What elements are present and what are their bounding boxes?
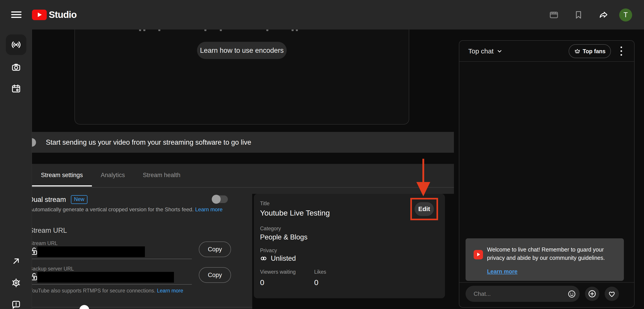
- plus-circle-icon: [588, 289, 597, 298]
- youtube-logo-icon: [32, 10, 47, 20]
- category-value: People & Blogs: [260, 233, 308, 241]
- top-fans-button[interactable]: Top fans: [569, 44, 611, 58]
- gear-icon: [11, 278, 21, 288]
- redacted-stream-url: [37, 246, 145, 257]
- privacy-value: Unlisted: [271, 254, 296, 262]
- crown-icon: [574, 48, 581, 54]
- stream-settings-panel: Dual stream New Automatically generate a…: [32, 194, 252, 309]
- sidebar-item-feedback[interactable]: [6, 294, 26, 309]
- stream-url-section-title: Stream URL: [32, 226, 67, 234]
- status-spinner-icon: [32, 138, 36, 147]
- sidebar-item-stream[interactable]: [6, 34, 26, 55]
- status-text: Start sending us your video from your st…: [46, 132, 251, 153]
- title-label: Title: [260, 200, 270, 206]
- feedback-icon: [11, 300, 21, 309]
- left-sidebar: [0, 30, 32, 309]
- chat-mode-label: Top chat: [468, 48, 494, 55]
- stream-status-bar: Start sending us your video from your st…: [32, 132, 454, 153]
- viewers-waiting-label: Viewers waiting: [260, 269, 304, 275]
- annotation-arrow-head: [416, 182, 430, 196]
- rtmps-learn-more-link[interactable]: Learn more: [157, 288, 183, 294]
- live-broadcast-icon: [10, 39, 22, 50]
- menu-icon[interactable]: [11, 12, 22, 18]
- chat-header: Top chat Top fans: [459, 41, 634, 62]
- unlisted-link-icon: [260, 254, 268, 263]
- sidebar-item-settings[interactable]: [6, 272, 26, 293]
- section-divider: [32, 307, 252, 308]
- stream-info-card: Title Youtube Live Testing Edit Category…: [254, 194, 445, 298]
- calendar-icon: [11, 84, 21, 94]
- studio-logo[interactable]: Studio: [32, 10, 77, 20]
- live-chat-panel: Top chat Top fans Welcome to live chat! …: [459, 40, 634, 308]
- welcome-learn-more-link[interactable]: Learn more: [487, 268, 518, 275]
- sidebar-item-webcam[interactable]: [6, 57, 26, 77]
- privacy-label: Privacy: [260, 248, 277, 254]
- copy-backup-url-button[interactable]: Copy: [199, 267, 231, 283]
- backup-url-field-label: Backup server URL: [32, 266, 74, 272]
- external-link-arrow-icon: [11, 256, 21, 266]
- chat-menu-button[interactable]: [617, 46, 626, 57]
- encoder-preview-panel: [74, 22, 409, 124]
- learn-encoders-button[interactable]: Learn how to use encoders: [197, 42, 287, 59]
- new-badge: New: [71, 195, 88, 204]
- welcome-text: Welcome to live chat! Remember to guard …: [487, 246, 616, 262]
- chat-input[interactable]: [466, 286, 580, 302]
- copy-stream-url-button[interactable]: Copy: [199, 242, 231, 257]
- tab-bar: Stream settings Analytics Stream health: [32, 164, 454, 194]
- studio-logo-text: Studio: [49, 10, 77, 20]
- chat-input-divider: [459, 282, 634, 282]
- annotation-arrow-shaft: [422, 159, 424, 182]
- top-app-bar: Studio T: [0, 0, 644, 30]
- rtmps-note: YouTube also supports RTMPS for secure c…: [32, 288, 156, 294]
- emoji-icon[interactable]: [567, 289, 576, 299]
- bookmark-icon[interactable]: [573, 10, 584, 20]
- camera-icon: [11, 62, 21, 72]
- likes-label: Likes: [314, 269, 326, 275]
- toggle-knob: [212, 195, 221, 204]
- redacted-backup-url: [37, 272, 174, 282]
- dual-stream-learn-more-link[interactable]: Learn more: [195, 206, 223, 212]
- category-label: Category: [260, 226, 281, 232]
- chat-mode-selector[interactable]: Top chat: [468, 41, 503, 62]
- share-icon[interactable]: [598, 10, 609, 20]
- account-avatar[interactable]: T: [619, 8, 632, 22]
- dual-stream-label: Dual stream: [32, 196, 66, 204]
- dual-stream-description: Automatically generate a vertical croppe…: [32, 206, 194, 212]
- stream-url-field-label: Stream URL: [32, 240, 58, 246]
- dual-stream-toggle[interactable]: [212, 195, 228, 204]
- create-clip-icon[interactable]: [549, 10, 559, 20]
- chat-like-button[interactable]: [605, 287, 619, 301]
- stream-title-value: Youtube Live Testing: [260, 208, 330, 217]
- heart-icon: [607, 289, 616, 298]
- chat-add-button[interactable]: [585, 287, 599, 301]
- youtube-studio-live-dashboard: Learn how to use encoders Start sending …: [0, 0, 644, 309]
- tab-divider: [32, 187, 454, 188]
- edit-button[interactable]: Edit: [414, 202, 434, 216]
- field-underline: [32, 284, 192, 285]
- chat-welcome-message: Welcome to live chat! Remember to guard …: [466, 238, 624, 281]
- likes-value: 0: [314, 278, 326, 287]
- tab-stream-health[interactable]: Stream health: [134, 164, 190, 186]
- tab-analytics[interactable]: Analytics: [92, 164, 134, 186]
- annotation-highlight-box: Edit: [410, 198, 438, 220]
- sidebar-item-channel-link[interactable]: [6, 251, 26, 272]
- field-underline: [32, 259, 192, 259]
- top-fans-label: Top fans: [583, 48, 606, 54]
- clipped-spinner-icon: [80, 305, 89, 309]
- sidebar-item-manage[interactable]: [6, 78, 26, 99]
- youtube-logo-icon: [474, 250, 483, 259]
- viewers-waiting-value: 0: [260, 278, 304, 287]
- chevron-down-icon: [496, 48, 503, 54]
- tab-stream-settings[interactable]: Stream settings: [32, 164, 92, 186]
